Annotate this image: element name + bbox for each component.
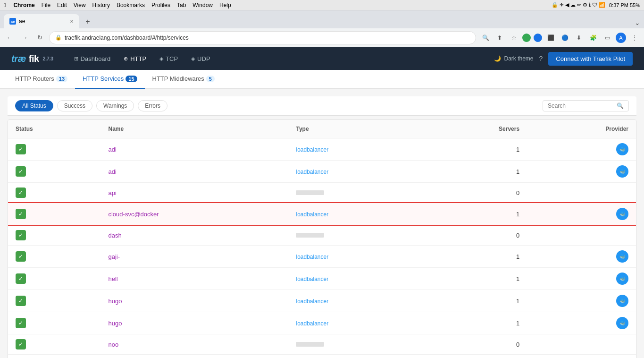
chrome-tab-active[interactable]: ae ae ✕: [4, 14, 79, 28]
services-table: Status Name Type Servers Provider ✓adilo…: [8, 120, 636, 358]
menu-view[interactable]: View: [74, 2, 86, 9]
search-icon[interactable]: 🔍: [480, 32, 491, 43]
download-icon[interactable]: ⬇: [573, 32, 585, 43]
nav-dashboard[interactable]: ⊞ Dashboard: [68, 53, 117, 65]
cell-status: ✓: [8, 268, 100, 290]
url-text: traefik.andraelang.com/dashboard/#/http/…: [65, 34, 189, 41]
table-row[interactable]: ✓adiloadbalancer1🐳: [8, 138, 636, 161]
table-row[interactable]: ✓hugoloadbalancer1🐳: [8, 312, 636, 334]
sidebar-toggle[interactable]: ▭: [602, 32, 613, 43]
connect-pilot-button[interactable]: Connect with Traefik Pilot: [548, 52, 633, 66]
cell-name[interactable]: hugo: [100, 290, 288, 312]
cell-name[interactable]: api: [100, 183, 288, 203]
table-row[interactable]: ✓noo0: [8, 334, 636, 355]
filter-warnings[interactable]: Warnings: [96, 100, 134, 111]
cell-name[interactable]: adi: [100, 161, 288, 183]
service-name-link[interactable]: hugo: [108, 298, 122, 305]
menu-bookmarks[interactable]: Bookmarks: [117, 2, 145, 9]
forward-button[interactable]: →: [19, 32, 30, 43]
filter-success[interactable]: Success: [57, 100, 92, 111]
cell-name[interactable]: hugo: [100, 312, 288, 334]
bookmark-icon[interactable]: ☆: [508, 32, 519, 43]
table-row[interactable]: ✓hugoloadbalancer1🐳: [8, 290, 636, 312]
docker-provider-icon: 🐳: [616, 208, 628, 220]
filter-all[interactable]: All Status: [15, 100, 53, 111]
status-success-icon: ✓: [16, 166, 26, 177]
cell-name[interactable]: pg4: [100, 355, 288, 358]
table-row[interactable]: ✓adiloadbalancer1🐳: [8, 161, 636, 183]
menu-tab[interactable]: Tab: [177, 2, 186, 9]
menu-edit[interactable]: Edit: [57, 2, 67, 9]
service-name-link[interactable]: hugo: [108, 320, 122, 327]
menu-profiles[interactable]: Profiles: [151, 2, 170, 9]
table-row[interactable]: ✓gaji-loadbalancer1🐳: [8, 246, 636, 268]
apple-menu[interactable]: : [4, 2, 6, 9]
extension-icon1[interactable]: [522, 34, 531, 42]
status-success-icon: ✓: [16, 273, 26, 284]
menu-window[interactable]: Window: [192, 2, 213, 9]
filter-errors[interactable]: Errors: [138, 100, 167, 111]
cell-name[interactable]: dash: [100, 225, 288, 246]
subnav-routers[interactable]: HTTP Routers 13: [8, 70, 75, 89]
service-name-link[interactable]: cloud-svc@docker: [108, 211, 159, 218]
table-row[interactable]: ✓cloud-svc@dockerloadbalancer1🐳: [8, 203, 636, 225]
nav-udp[interactable]: ◈ UDP: [185, 53, 216, 65]
extension-icon4[interactable]: 🔵: [559, 32, 570, 43]
cell-name[interactable]: gaji-: [100, 246, 288, 268]
search-input[interactable]: [548, 102, 614, 109]
table-row[interactable]: ✓api0: [8, 183, 636, 203]
share-icon[interactable]: ⬆: [494, 32, 505, 43]
subnav-middlewares[interactable]: HTTP Middlewares 5: [145, 70, 222, 89]
cell-servers: 1: [425, 246, 527, 268]
tab-close-button[interactable]: ✕: [70, 19, 74, 24]
extension-icon3[interactable]: ⬛: [545, 32, 556, 43]
dark-theme-toggle[interactable]: 🌙 Dark theme: [494, 55, 533, 62]
cell-provider: [527, 183, 636, 203]
cell-type: [288, 183, 424, 203]
address-box[interactable]: 🔒 traefik.andraelang.com/dashboard/#/htt…: [49, 31, 476, 44]
cell-provider: 🐳: [527, 355, 636, 358]
back-button[interactable]: ←: [4, 32, 15, 43]
menu-help[interactable]: Help: [219, 2, 231, 9]
menu-chrome[interactable]: Chrome: [13, 2, 34, 9]
tab-menu-icon[interactable]: ⌄: [635, 19, 640, 26]
refresh-button[interactable]: ↻: [34, 32, 45, 43]
cell-provider: 🐳: [527, 203, 636, 225]
cell-name[interactable]: hell: [100, 268, 288, 290]
search-box[interactable]: 🔍: [543, 100, 629, 111]
content-area: All Status Success Warnings Errors 🔍 Sta…: [0, 89, 644, 358]
service-name-link[interactable]: hell: [108, 275, 117, 282]
new-tab-button[interactable]: +: [81, 15, 94, 28]
profile-icon[interactable]: A: [616, 33, 626, 43]
status-success-icon: ✓: [16, 339, 26, 349]
table-row[interactable]: ✓pg4loadbalancer1🐳: [8, 355, 636, 358]
menu-history[interactable]: History: [92, 2, 110, 9]
service-name-link[interactable]: noo: [108, 341, 118, 348]
service-name-link[interactable]: api: [108, 189, 116, 196]
table-row[interactable]: ✓hellloadbalancer1🐳: [8, 268, 636, 290]
table-row[interactable]: ✓dash0: [8, 225, 636, 246]
service-name-link[interactable]: dash: [108, 232, 121, 239]
chrome-tabbar: ae ae ✕ + ⌄: [0, 10, 644, 28]
tab-favicon: ae: [9, 18, 16, 25]
nav-udp-label: UDP: [197, 55, 210, 62]
extension-icon2[interactable]: [534, 34, 542, 42]
cell-name[interactable]: adi: [100, 138, 288, 161]
subnav-services[interactable]: HTTP Services 15: [75, 70, 144, 89]
cell-name[interactable]: cloud-svc@docker: [100, 203, 288, 225]
http-icon: ⊕: [124, 56, 128, 62]
help-icon[interactable]: ?: [539, 55, 543, 62]
menu-file[interactable]: File: [42, 2, 50, 9]
extensions-icon[interactable]: 🧩: [587, 32, 599, 43]
cell-name[interactable]: noo: [100, 334, 288, 355]
service-name-link[interactable]: adi: [108, 168, 116, 175]
type-badge: loadbalancer: [296, 298, 328, 305]
service-name-link[interactable]: adi: [108, 146, 116, 153]
nav-http[interactable]: ⊕ HTTP: [118, 53, 152, 65]
cell-servers: 1: [425, 312, 527, 334]
chrome-menu[interactable]: ⋮: [629, 32, 640, 43]
nav-tcp[interactable]: ◈ TCP: [154, 53, 184, 65]
service-name-link[interactable]: gaji-: [108, 253, 120, 260]
cell-provider: 🐳: [527, 312, 636, 334]
nav-tcp-label: TCP: [166, 55, 178, 62]
